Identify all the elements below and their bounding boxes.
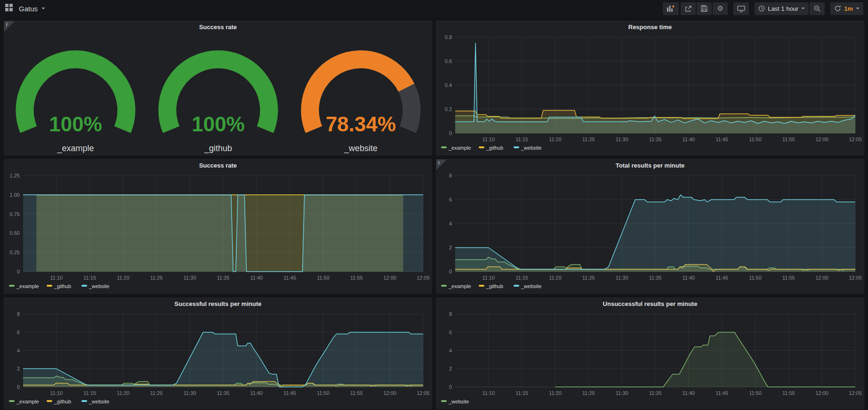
y-tick-label: 0 [449,384,452,390]
settings-button[interactable]: ⚙ [713,2,728,15]
cycle-view-mode-button[interactable] [733,2,749,15]
panel-title[interactable]: Successful results per minute [4,298,432,309]
x-tick-label: 11:45 [715,137,728,142]
y-tick-label: 0 [449,269,452,274]
legend-label: _example [448,283,471,289]
x-tick-label: 11:35 [217,390,230,396]
x-tick-label: 11:10 [482,390,495,396]
dashboard-title-dropdown[interactable]: Gatus [19,5,45,13]
x-tick-label: 11:35 [649,390,662,396]
panel-title[interactable]: Success rate [4,160,432,171]
x-tick-label: 11:45 [283,275,296,281]
x-tick-label: 11:10 [482,137,495,142]
legend-item-_website[interactable]: _website [441,399,469,404]
legend-item-_github[interactable]: _github [479,145,503,151]
gauges-row: 100%_example100%_github78.34%_website [4,32,432,155]
chart-canvas: 00.250.500.751.001.2511:1011:1511:2011:2… [6,171,430,292]
legend-item-_website[interactable]: _website [514,145,541,151]
x-tick-label: 12:05 [417,275,430,281]
x-tick-label: 11:45 [715,275,728,281]
y-tick-label: 0.75 [10,211,20,217]
dashboard-grid: i Success rate 100%_example100%_github78… [0,17,868,410]
legend-item-_github[interactable]: _github [47,399,71,404]
x-tick-label: 11:20 [549,275,562,281]
y-tick-label: 2 [17,366,20,371]
legend-swatch [441,400,447,402]
panel-success-rate-graph: Success rate 00.250.500.751.001.2511:101… [4,159,432,294]
x-tick-label: 11:55 [350,390,363,396]
x-tick-label: 11:50 [317,390,330,396]
x-tick-label: 11:20 [549,390,562,396]
y-tick-label: 0 [449,130,452,136]
refresh-interval-button[interactable]: 1m [830,2,863,15]
legend-item-_github[interactable]: _github [47,283,71,289]
x-tick-label: 11:20 [549,137,562,142]
x-tick-label: 11:45 [283,390,296,396]
y-tick-label: 2 [449,366,452,371]
y-tick-label: 0 [17,269,20,274]
y-tick-label: 6 [449,197,452,202]
zoom-out-icon [814,5,821,12]
x-tick-label: 12:00 [383,390,396,396]
x-tick-label: 11:25 [582,390,595,396]
panel-title[interactable]: Response time [436,21,864,32]
y-tick-label: 4 [17,348,20,354]
y-tick-label: 1.25 [10,173,20,178]
add-panel-button[interactable] [663,2,679,15]
legend-swatch [479,285,484,287]
panel-title[interactable]: Total results per minute [436,160,864,171]
x-tick-label: 11:40 [250,275,263,281]
legend-label: _example [448,145,471,151]
refresh-interval-label: 1m [844,5,853,12]
bar-chart-add-icon [667,5,675,12]
apps-grid-icon[interactable] [5,3,13,14]
x-tick-label: 11:55 [782,137,795,142]
legend-item-_website[interactable]: _website [81,399,109,404]
legend-swatch [441,146,447,148]
chart-canvas: 0246811:1011:1511:2011:2511:3011:3511:40… [6,309,430,408]
gauge-_example: 100%_example [4,32,147,155]
zoom-out-button[interactable] [810,2,825,15]
legend-swatch [47,285,52,287]
top-navbar: Gatus ⚙ [0,0,868,17]
save-button[interactable] [697,2,712,15]
legend-item-_example[interactable]: _example [441,283,471,289]
x-tick-label: 11:15 [83,390,96,396]
info-corner-icon[interactable]: i [436,160,447,170]
legend-item-_example[interactable]: _example [441,145,471,151]
y-tick-label: 0.6 [445,58,452,64]
share-button[interactable] [681,2,696,15]
chevron-down-icon [801,8,805,9]
legend-swatch [441,285,447,287]
x-tick-label: 11:35 [649,275,662,281]
legend-item-_website[interactable]: _website [514,283,541,289]
gauge-_website: 78.34%_website [289,32,432,155]
legend-item-_github[interactable]: _github [479,283,503,289]
legend-swatch [479,146,484,148]
time-range-picker[interactable]: Last 1 hour [755,2,809,15]
x-tick-label: 11:30 [616,275,628,281]
x-tick-label: 11:50 [749,390,762,396]
share-icon [685,5,692,12]
legend-label: _example [16,283,39,289]
y-tick-label: 6 [449,330,452,335]
legend-item-_example[interactable]: _example [9,283,39,289]
y-tick-label: 8 [17,311,20,317]
panel-title[interactable]: Unsuccessful results per minute [436,298,864,309]
info-corner-icon[interactable]: i [4,21,15,32]
legend-label: _github [486,145,503,151]
y-tick-label: 8 [449,173,452,178]
legend-label: _website [88,399,109,404]
save-icon [701,5,707,12]
x-tick-label: 11:50 [749,137,762,142]
legend-label: _github [54,399,71,404]
panel-title[interactable]: Success rate [4,21,432,32]
legend-swatch [514,285,519,287]
legend-label: _github [486,283,503,289]
legend-item-_website[interactable]: _website [81,283,109,289]
x-tick-label: 11:50 [749,275,762,281]
series-area-_website [23,195,423,272]
x-tick-label: 11:30 [616,137,628,142]
panel-success-rate-gauges: i Success rate 100%_example100%_github78… [4,21,432,155]
legend-item-_example[interactable]: _example [9,399,39,404]
